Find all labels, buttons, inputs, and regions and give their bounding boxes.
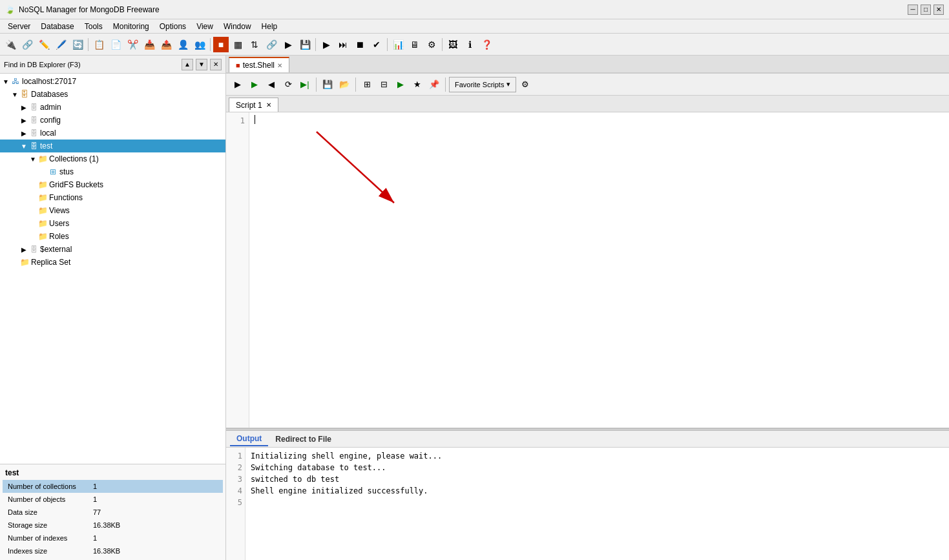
shell-save-btn[interactable]: 💾	[320, 76, 335, 93]
tb-arrow-r[interactable]: ▶	[318, 37, 334, 52]
tb-users[interactable]: 👥	[192, 37, 207, 52]
toggle-users[interactable]: ▶	[28, 219, 37, 228]
toggle-test[interactable]: ▼	[19, 141, 28, 150]
toggle-databases[interactable]: ▼	[10, 90, 19, 99]
editor-content[interactable]	[249, 112, 949, 428]
tree-node-gridfs[interactable]: ▶ 📁 GridFS Buckets	[0, 178, 225, 191]
tb-run[interactable]: ▶	[280, 37, 296, 52]
tb-help2[interactable]: ❓	[479, 37, 494, 52]
menu-view[interactable]: View	[191, 21, 218, 32]
tree-node-admin[interactable]: ▶ 🗄 admin	[0, 101, 225, 114]
shell-pin-btn[interactable]: 📌	[426, 76, 442, 93]
shell-paste-btn[interactable]: ⊟	[376, 76, 391, 93]
tree-node-config[interactable]: ▶ 🗄 config	[0, 114, 225, 127]
toggle-roles[interactable]: ▶	[28, 232, 37, 241]
tb-cut[interactable]: ✂️	[125, 37, 140, 52]
tree-node-stus[interactable]: ▶ ⊞ stus	[0, 165, 225, 178]
shell-run-all-btn[interactable]: ▶	[247, 76, 262, 93]
shell-step-btn[interactable]: ◀	[264, 76, 279, 93]
tb-connect[interactable]: 🔌	[3, 37, 18, 52]
tb-paste[interactable]: 📄	[108, 37, 123, 52]
toggle-gridfs[interactable]: ▶	[28, 180, 37, 189]
close-button[interactable]: ✕	[933, 5, 944, 15]
app-title: NoSQL Manager for MongoDB Freeware	[19, 5, 160, 14]
tb-stop[interactable]: ⏹	[352, 37, 368, 52]
tb-img[interactable]: 🖼	[445, 37, 461, 52]
tb-import[interactable]: 📥	[141, 37, 157, 52]
script-tab-1-close[interactable]: ✕	[266, 101, 271, 109]
shell-open-btn[interactable]: 📂	[337, 76, 352, 93]
tb-refresh[interactable]: 🔄	[70, 37, 85, 52]
tb-copy[interactable]: 📋	[91, 37, 107, 52]
menu-database[interactable]: Database	[36, 21, 79, 32]
menu-help[interactable]: Help	[256, 21, 283, 32]
shell-star-btn[interactable]: ★	[410, 76, 425, 93]
admin-icon: 🗄	[28, 102, 39, 112]
tree-node-collections[interactable]: ▼ 📁 Collections (1)	[0, 152, 225, 165]
output-tab-redirect[interactable]: Redirect to File	[269, 432, 338, 446]
find-down-button[interactable]: ▼	[196, 59, 207, 70]
tb-chart[interactable]: 📊	[390, 37, 406, 52]
menu-monitoring[interactable]: Monitoring	[108, 21, 154, 32]
tree-node-test[interactable]: ▼ 🗄 test	[0, 140, 225, 152]
find-close-button[interactable]: ✕	[210, 59, 222, 70]
tab-shell[interactable]: ■ test.Shell ✕	[229, 57, 289, 72]
tb-pen[interactable]: 🖊️	[53, 37, 68, 52]
script-tab-1[interactable]: Script 1 ✕	[229, 98, 278, 112]
admin-label: admin	[40, 103, 61, 112]
tree-node-external[interactable]: ▶ 🗄 $external	[0, 243, 225, 256]
shell-gear-btn[interactable]: ⚙	[517, 76, 533, 93]
menu-server[interactable]: Server	[3, 21, 36, 32]
tb-commit[interactable]: ✔	[369, 37, 384, 52]
gridfs-label: GridFS Buckets	[49, 180, 103, 189]
tb-export[interactable]: 📤	[158, 37, 174, 52]
tb-link[interactable]: 🔗	[264, 37, 279, 52]
shell-copy-btn[interactable]: ⊞	[359, 76, 375, 93]
toggle-local[interactable]: ▶	[19, 129, 28, 138]
tree-node-replicaset[interactable]: ▶ 📁 Replica Set	[0, 256, 225, 269]
favorite-scripts-button[interactable]: Favorite Scripts ▾	[449, 77, 516, 92]
tb-monitor[interactable]: 🖥	[407, 37, 422, 52]
menu-options[interactable]: Options	[154, 21, 191, 32]
toggle-replicaset[interactable]: ▶	[10, 258, 19, 267]
minimize-button[interactable]: ─	[908, 5, 918, 15]
tab-shell-close[interactable]: ✕	[277, 62, 282, 69]
menu-window[interactable]: Window	[218, 21, 256, 32]
tree-node-users[interactable]: ▶ 📁 Users	[0, 217, 225, 230]
toggle-external[interactable]: ▶	[19, 245, 28, 254]
tb-sort[interactable]: ⇅	[247, 37, 262, 52]
tb-shell[interactable]: ■	[213, 37, 229, 52]
tb-save[interactable]: 💾	[297, 37, 313, 52]
maximize-button[interactable]: □	[921, 5, 931, 15]
tree-node-local[interactable]: ▶ 🗄 local	[0, 127, 225, 140]
find-up-button[interactable]: ▲	[182, 59, 193, 70]
tb-settings[interactable]: ⚙	[424, 37, 439, 52]
status-val-2: 77	[93, 508, 223, 516]
tree-node-localhost[interactable]: ▼ 🖧 localhost:27017	[0, 75, 225, 88]
tree-node-views[interactable]: ▶ 📁 Views	[0, 204, 225, 217]
toggle-functions[interactable]: ▶	[28, 193, 37, 202]
tb-disconnect[interactable]: 🔗	[19, 37, 35, 52]
toggle-stus[interactable]: ▶	[39, 167, 48, 176]
tb-edit[interactable]: ✏️	[36, 37, 52, 52]
output-tab-output[interactable]: Output	[230, 432, 268, 446]
shell-run2-btn[interactable]: ▶	[393, 76, 408, 93]
tb-arrow-rr[interactable]: ⏭	[335, 37, 351, 52]
users-icon: 📁	[37, 218, 48, 229]
shell-run-sel-btn[interactable]: ▶|	[297, 76, 313, 93]
toggle-admin[interactable]: ▶	[19, 103, 28, 112]
shell-run-btn[interactable]: ▶	[230, 76, 245, 93]
menu-tools[interactable]: Tools	[79, 21, 108, 32]
sep-4	[387, 38, 388, 51]
tb-user[interactable]: 👤	[175, 37, 191, 52]
toggle-collections[interactable]: ▼	[28, 154, 37, 163]
tree-node-roles[interactable]: ▶ 📁 Roles	[0, 230, 225, 243]
toggle-localhost[interactable]: ▼	[1, 77, 10, 86]
toggle-config[interactable]: ▶	[19, 116, 28, 125]
toggle-views[interactable]: ▶	[28, 206, 37, 215]
tb-info[interactable]: ℹ	[462, 37, 477, 52]
shell-reload-btn[interactable]: ⟳	[280, 76, 296, 93]
tree-node-functions[interactable]: ▶ 📁 Functions	[0, 191, 225, 204]
tb-query[interactable]: ▦	[230, 37, 245, 52]
tree-node-databases[interactable]: ▼ 🗄 Databases	[0, 88, 225, 101]
